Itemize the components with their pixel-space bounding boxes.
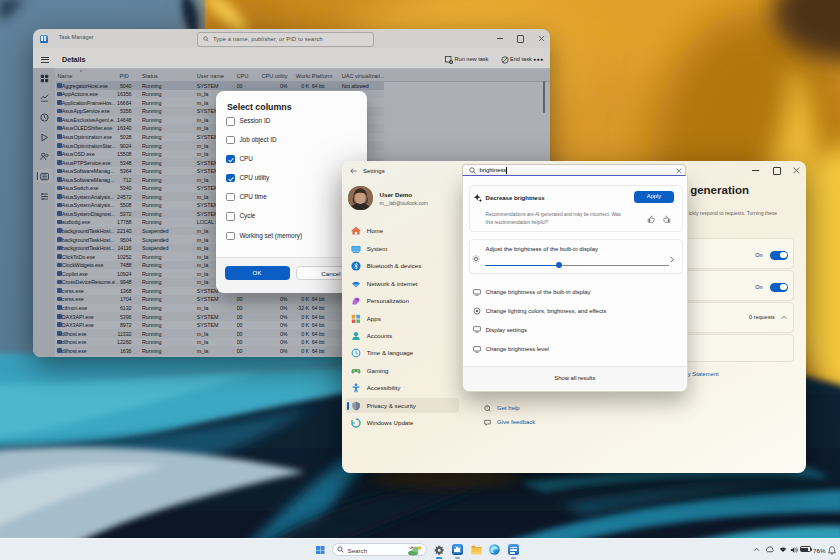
svg-text:?: ? (486, 406, 488, 410)
